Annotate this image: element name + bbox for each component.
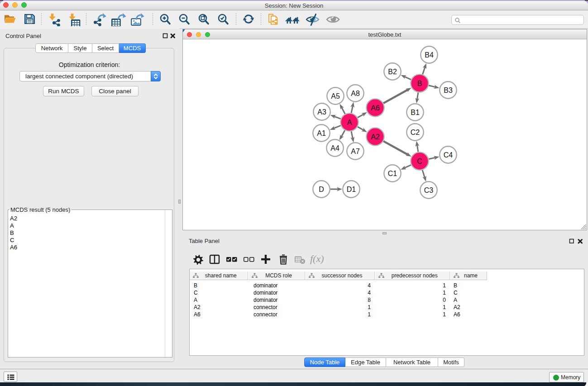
svg-text:A6: A6 (371, 104, 380, 112)
svg-text:C1: C1 (388, 170, 397, 177)
svg-text:A4: A4 (330, 144, 339, 152)
svg-text:C2: C2 (411, 129, 420, 136)
svg-text:B1: B1 (411, 109, 420, 116)
svg-text:B: B (417, 80, 422, 87)
svg-text:A7: A7 (351, 148, 360, 155)
svg-text:f(x): f(x) (310, 253, 324, 264)
svg-text:D1: D1 (347, 186, 356, 193)
svg-text:D: D (319, 186, 324, 193)
svg-text:C3: C3 (424, 186, 434, 194)
svg-text:B4: B4 (425, 51, 434, 59)
svg-text:A2: A2 (371, 133, 380, 141)
svg-text:A8: A8 (351, 90, 360, 97)
svg-text:C4: C4 (444, 151, 453, 159)
svg-text:C: C (417, 157, 422, 165)
svg-text:B3: B3 (444, 86, 453, 94)
svg-text:B2: B2 (388, 68, 397, 76)
svg-text:A3: A3 (317, 108, 326, 116)
svg-text:A: A (347, 119, 352, 126)
svg-text:A1: A1 (317, 129, 326, 137)
svg-text:A5: A5 (331, 92, 340, 100)
